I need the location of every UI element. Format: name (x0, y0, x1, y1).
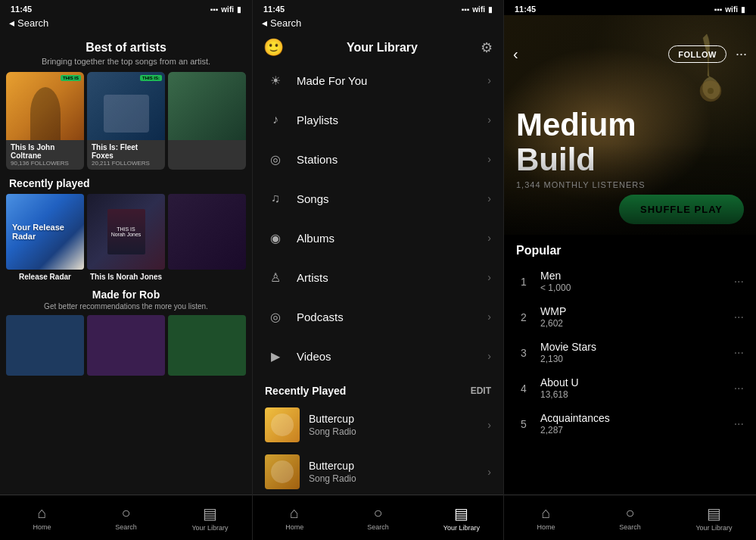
made-for-subtitle: Get better recommendations the more you … (9, 302, 243, 311)
track-info-2: WMP 2,602 (540, 305, 734, 329)
rank-2: 2 (516, 311, 531, 323)
nav-home-p1[interactable]: ⌂ Home (0, 504, 84, 531)
edit-button[interactable]: EDIT (471, 385, 491, 396)
nav-home-p3[interactable]: ⌂ Home (504, 504, 588, 531)
more-icon-1[interactable]: ··· (734, 275, 744, 289)
nav-search-p1[interactable]: ○ Search (84, 504, 168, 531)
library-emoji: 🙂 (263, 38, 284, 58)
track-plays-1: < 1,000 (540, 282, 734, 293)
recently-item-buttercup1[interactable]: Buttercup Song Radio › (253, 401, 503, 448)
menu-item-albums[interactable]: ◉ Albums › (253, 218, 503, 258)
more-icon-2[interactable]: ··· (734, 311, 744, 324)
library-menu: ☀ Made For You › ♪ Playlists › ◎ Station… (253, 61, 503, 540)
artist-card-jc[interactable]: THIS IS This Is John Coltrane 90,136 FOL… (6, 72, 84, 170)
popular-track-3[interactable]: 3 Movie Stars 2,130 ··· (516, 335, 744, 370)
svg-point-1 (708, 88, 714, 94)
recent-img-extra (168, 194, 246, 270)
station-icon: ◎ (265, 148, 286, 170)
more-button[interactable]: ··· (736, 45, 747, 63)
menu-item-songs[interactable]: ♫ Songs › (253, 179, 503, 218)
menu-item-made-for-you[interactable]: ☀ Made For You › (253, 61, 503, 100)
nav-search-label-p2[interactable]: Search (270, 17, 301, 29)
track-plays-4: 13,618 (540, 389, 734, 400)
search-icon-p2: ○ (373, 504, 382, 522)
artist-card-ff[interactable]: THIS IS: This Is: Fleet Foxes 20,211 FOL… (87, 72, 165, 170)
made-card-3[interactable] (168, 315, 246, 376)
recently-sub-buttercup1: Song Radio (309, 426, 487, 437)
made-for-section: Made for Rob Get better recommendations … (0, 281, 252, 315)
time-p1: 11:45 (11, 5, 32, 14)
recently-item-buttercup2[interactable]: Buttercup Song Radio › (253, 448, 503, 495)
this-is-tag-ff: THIS IS: (140, 75, 162, 81)
nav-search-p2[interactable]: ○ Search (336, 504, 419, 531)
recently-info-buttercup2: Buttercup Song Radio (309, 460, 487, 484)
home-icon-p2: ⌂ (290, 504, 299, 522)
popular-track-5[interactable]: 5 Acquaintances 2,287 ··· (516, 406, 744, 442)
artist-img-ff: THIS IS: (87, 72, 165, 140)
track-plays-2: 2,602 (540, 318, 734, 329)
popular-track-2[interactable]: 2 WMP 2,602 ··· (516, 299, 744, 335)
nav-search-label-p1[interactable]: Search (17, 17, 48, 29)
time-p2: 11:45 (263, 5, 285, 14)
made-card-2[interactable] (87, 315, 165, 376)
battery-icon-p2: ▮ (488, 5, 493, 14)
nav-home-p2[interactable]: ⌂ Home (253, 504, 336, 531)
popular-track-4[interactable]: 4 About U 13,618 ··· (516, 370, 744, 406)
menu-label-artists: Artists (297, 271, 487, 284)
rank-4: 4 (516, 382, 531, 395)
artist-card-extra[interactable] (168, 72, 246, 170)
hero-title-p1: Best of artists (15, 41, 237, 55)
menu-item-videos[interactable]: ▶ Videos › (253, 336, 503, 376)
menu-label-albums: Albums (297, 232, 487, 245)
signal-icon: ▪▪▪ (210, 5, 219, 14)
recent-card-extra[interactable] (168, 194, 246, 281)
chevron-stations: › (487, 153, 491, 165)
recent-card-nj[interactable]: THIS ISNorah Jones This Is Norah Jones (87, 194, 165, 281)
search-label-p1: Search (115, 523, 137, 531)
more-icon-4[interactable]: ··· (734, 382, 744, 395)
back-arrow-p1[interactable]: ◂ (9, 17, 14, 29)
library-label-p1: Your Library (191, 524, 228, 532)
track-plays-3: 2,130 (540, 354, 734, 364)
panel-library: 11:45 ▪▪▪ wifi ▮ ◂ Search 🙂 Your Library… (252, 0, 504, 540)
follow-button[interactable]: FOLLOW (668, 45, 726, 63)
nav-library-p1[interactable]: ▤ Your Library (168, 504, 252, 532)
more-icon-5[interactable]: ··· (734, 417, 744, 431)
recently-name-buttercup2: Buttercup (309, 460, 487, 472)
recent-card-radar[interactable]: Your Release Radar Release Radar (6, 194, 84, 281)
made-card-1[interactable] (6, 315, 84, 376)
bottom-nav-p2: ⌂ Home ○ Search ▤ Your Library (253, 495, 503, 540)
menu-item-playlists[interactable]: ♪ Playlists › (253, 100, 503, 139)
rank-1: 1 (516, 276, 531, 288)
nav-library-p2[interactable]: ▤ Your Library (420, 504, 503, 532)
p1-hero-section: Best of artists Bringing together the to… (0, 33, 252, 72)
gear-icon-p2[interactable]: ⚙ (481, 39, 493, 56)
nav-library-p3[interactable]: ▤ Your Library (672, 504, 756, 532)
more-icon-3[interactable]: ··· (734, 346, 744, 360)
menu-item-stations[interactable]: ◎ Stations › (253, 139, 503, 179)
time-p3: 11:45 (515, 5, 536, 14)
wifi-icon-p3: wifi (725, 5, 738, 14)
menu-label-videos: Videos (297, 350, 487, 363)
chevron-made-for-you: › (487, 74, 491, 86)
status-icons-p3: ▪▪▪ wifi ▮ (714, 5, 745, 14)
panel-artist: 11:45 ▪▪▪ wifi ▮ ‹ FOLLOW ··· Medium (504, 0, 756, 540)
wifi-icon-p2: wifi (472, 5, 485, 14)
back-arrow-p2[interactable]: ◂ (262, 17, 267, 29)
home-label-p1: Home (33, 523, 51, 531)
popular-track-1[interactable]: 1 Men < 1,000 ··· (516, 264, 744, 299)
chevron-podcasts: › (487, 311, 491, 323)
track-name-3: Movie Stars (540, 341, 734, 353)
menu-item-podcasts[interactable]: ◎ Podcasts › (253, 297, 503, 336)
back-btn-p3[interactable]: ‹ (513, 45, 518, 63)
menu-item-artists[interactable]: ♙ Artists › (253, 258, 503, 297)
nav-search-p3[interactable]: ○ Search (588, 504, 672, 531)
hero-top-actions: FOLLOW ··· (668, 45, 747, 63)
artist-followers-jc: 90,136 FOLLOWERS (11, 160, 79, 167)
artist-img-extra (168, 72, 246, 140)
bottom-nav-p1: ⌂ Home ○ Search ▤ Your Library (0, 495, 252, 540)
search-icon-p1: ○ (121, 504, 130, 522)
radar-text-your: Your Release (12, 223, 64, 232)
hero-overlay (504, 144, 756, 235)
artist-card-label-jc: This Is John Coltrane 90,136 FOLLOWERS (6, 140, 84, 170)
